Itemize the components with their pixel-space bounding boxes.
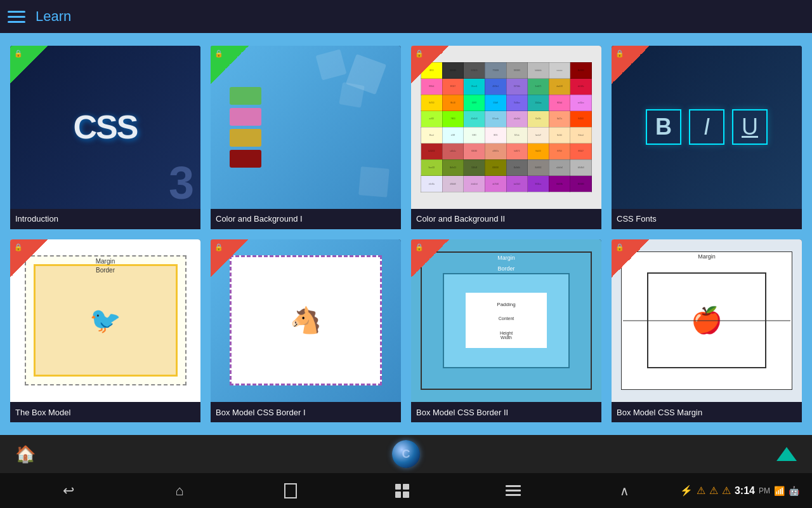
header: Learn xyxy=(0,0,812,33)
lock-icon-3: 🔒 xyxy=(415,50,424,58)
card-label-boxmodel: The Box Model xyxy=(10,402,200,422)
qr-icon xyxy=(395,484,409,498)
card-label-color2: Color and Background II xyxy=(411,209,601,229)
lock-icon-2: 🔒 xyxy=(214,50,223,58)
pony-emoji: 🐴 xyxy=(290,305,322,335)
padding-label: Padding xyxy=(497,302,515,307)
recent-apps-button[interactable] xyxy=(235,483,346,498)
box-diagram: Margin Border 🐦 xyxy=(25,255,187,385)
height-label: Height xyxy=(500,331,513,335)
status-area: ⚡ ⚠ ⚠ ⚠ 3:14 PM 📶 🤖 xyxy=(680,485,799,497)
dimension-labels: Height xyxy=(500,331,513,335)
card-color-bg-2[interactable]: 🔒 ffff00333333555555778899999999bbbbbbcc… xyxy=(411,46,601,229)
lock-icon-4: 🔒 xyxy=(615,50,624,58)
lock-icon-8: 🔒 xyxy=(615,243,624,251)
border-label-b2: Border xyxy=(497,265,514,272)
course-grid: 🔒 CSS 3 Introduction 🔒 xyxy=(10,46,802,422)
home-icon-bottom[interactable]: 🏠 xyxy=(15,444,36,464)
card-color-bg-1[interactable]: 🔒 Color a xyxy=(211,46,401,229)
card-border-1[interactable]: 🔒 🐴 Box Model CSS Border I xyxy=(211,239,401,423)
margin-label: Margin xyxy=(96,258,115,265)
card-margin[interactable]: 🔒 Margin 🍎 Box Model CSS Margin xyxy=(612,239,802,423)
home-button[interactable]: ⌂ xyxy=(124,483,235,499)
content-box: Content xyxy=(478,307,535,330)
menu-nav-button[interactable] xyxy=(457,485,568,496)
font-b: B xyxy=(646,109,681,145)
card-border-2[interactable]: 🔒 Margin Border Padding Content xyxy=(411,239,601,423)
font-i: I xyxy=(689,109,724,145)
card-label-margin: Box Model CSS Margin xyxy=(612,402,802,422)
pony-card: 🐴 xyxy=(230,255,382,385)
lock-icon: 🔒 xyxy=(14,50,23,58)
nav-bar: ↩ ⌂ ∧ ⚡ ⚠ ⚠ ⚠ 3:14 PM 📶 🤖 xyxy=(0,473,812,508)
css3-label: CSS xyxy=(74,108,138,146)
card-label-color1: Color and Background I xyxy=(211,209,401,229)
qr-button[interactable] xyxy=(346,484,457,498)
card-label-fonts: CSS Fonts xyxy=(612,209,802,229)
menu-nav-icon xyxy=(506,485,521,496)
margin-label-b2: Margin xyxy=(497,255,515,261)
margin-top-label: Margin xyxy=(698,253,716,260)
bird-icon: 🐦 xyxy=(89,305,121,335)
content-label: Content xyxy=(499,316,514,321)
recent-apps-icon xyxy=(284,483,297,498)
android-icon: 🤖 xyxy=(789,486,799,496)
lock-icon-7: 🔒 xyxy=(415,243,424,251)
status-time: 3:14 xyxy=(735,485,755,497)
bottom-bar: 🏠 xyxy=(0,435,812,473)
chevron-up-icon: ∧ xyxy=(620,483,629,498)
card-label-border1: Box Model CSS Border I xyxy=(211,402,401,422)
warning-icon-3: ⚠ xyxy=(722,485,731,497)
main-content: 🔒 CSS 3 Introduction 🔒 xyxy=(0,33,812,435)
card-label-border2: Box Model CSS Border II xyxy=(411,402,601,422)
menu-button[interactable] xyxy=(8,11,25,23)
lock-icon-6: 🔒 xyxy=(214,243,223,251)
wifi-icon: 📶 xyxy=(774,486,785,496)
home-nav-icon: ⌂ xyxy=(175,483,183,499)
scroll-up-button[interactable] xyxy=(776,447,797,461)
lock-icon-5: 🔒 xyxy=(14,243,23,251)
center-logo[interactable] xyxy=(392,440,420,468)
card-box-model[interactable]: 🔒 Margin Border 🐦 The Box Model xyxy=(10,239,200,423)
border2-content: Padding Content Height Width xyxy=(466,293,546,348)
card-introduction[interactable]: 🔒 CSS 3 Introduction xyxy=(10,46,200,229)
page-title: Learn xyxy=(36,8,71,25)
warning-icon-2: ⚠ xyxy=(709,485,718,497)
border2-inner: Border Padding Content Height Width xyxy=(443,273,570,368)
font-u: U xyxy=(732,109,768,145)
usb-icon: ⚡ xyxy=(680,485,693,497)
chevron-up-button[interactable]: ∧ xyxy=(569,483,680,498)
card-label-introduction: Introduction xyxy=(10,209,200,229)
width-label: Width xyxy=(501,335,512,340)
card-css-fonts[interactable]: 🔒 B I U CSS Fonts xyxy=(612,46,802,229)
back-icon: ↩ xyxy=(63,483,74,499)
border-label: Border xyxy=(96,267,115,274)
status-ampm: PM xyxy=(759,486,770,495)
warning-icon-1: ⚠ xyxy=(697,485,705,497)
box-inner: 🐦 xyxy=(34,264,178,377)
back-button[interactable]: ↩ xyxy=(13,483,124,499)
css3-number: 3 xyxy=(169,157,194,209)
